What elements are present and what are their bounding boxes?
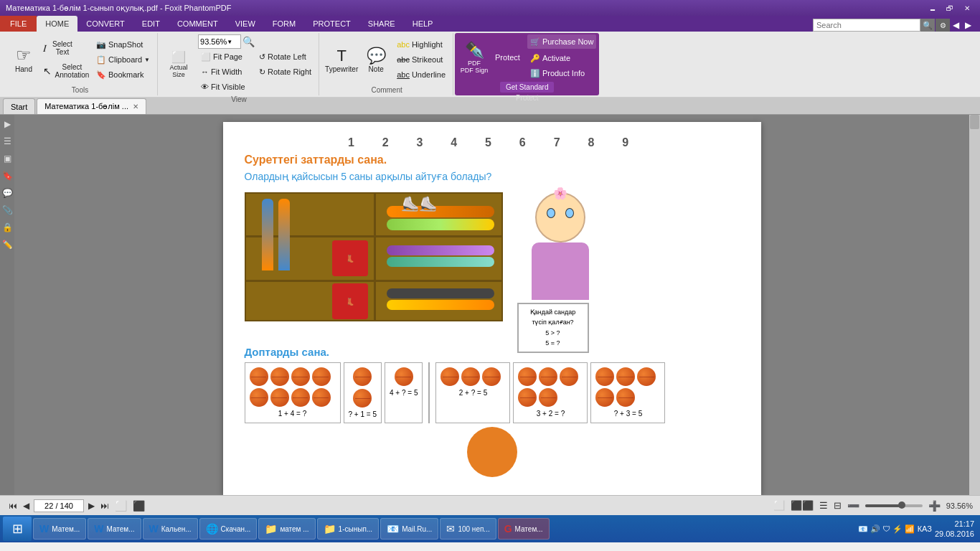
sidebar-sign-icon[interactable]: ✏️: [1, 238, 14, 251]
last-page-button[interactable]: ⏭: [99, 501, 110, 511]
zoom-in-button[interactable]: 🔍: [242, 36, 255, 47]
lang-indicator[interactable]: КАЗ: [918, 524, 932, 533]
view-mode-double[interactable]: ⬛⬛: [791, 500, 814, 511]
activate-button[interactable]: 🔑 Activate: [527, 51, 597, 65]
fit-page-button[interactable]: ⬜ Fit Page: [198, 50, 255, 64]
sidebar-pages-icon[interactable]: ☰: [1, 135, 14, 148]
note-button[interactable]: 💬 Note: [359, 37, 392, 83]
prev-page-button[interactable]: ◀: [22, 501, 31, 511]
right-scrollbar[interactable]: [969, 115, 980, 495]
tab-close-button[interactable]: ✕: [133, 103, 138, 110]
tray-icon-3[interactable]: ⚡: [892, 524, 903, 534]
tab-protect[interactable]: PROTECT: [304, 16, 359, 32]
minimize-button[interactable]: 🗕: [925, 3, 940, 13]
document-page: 1 2 3 4 5 6 7 8 9 Суреттегі заттарды сан…: [223, 122, 761, 495]
tray-icon-1[interactable]: 📧: [858, 524, 868, 534]
start-button[interactable]: ⊞: [3, 517, 32, 541]
sidebar-attach-icon[interactable]: 📎: [1, 204, 14, 217]
tray-icon-4[interactable]: 📶: [905, 524, 915, 534]
tab-share[interactable]: SHARE: [359, 16, 404, 32]
next-page-button[interactable]: ▶: [87, 501, 96, 511]
zoom-slider[interactable]: [865, 504, 923, 507]
strikeout-button[interactable]: abc Strikeout: [394, 52, 448, 67]
tray-icon-2[interactable]: 🔊: [870, 524, 880, 534]
ball-11: [395, 367, 413, 386]
bookmark-button[interactable]: 🔖 Bookmark: [93, 67, 153, 82]
get-standard-button[interactable]: Get Standard: [500, 82, 554, 93]
zoom-slider-thumb[interactable]: [898, 501, 905, 509]
zoom-out-button[interactable]: ➖: [847, 500, 859, 512]
taskbar-item-6[interactable]: 📁 1-сынып...: [317, 518, 380, 540]
tab-convert[interactable]: CONVERT: [77, 16, 133, 32]
rotate-right-button[interactable]: ↻ Rotate Right: [256, 65, 314, 79]
sidebar-lock-icon[interactable]: 🔒: [1, 221, 14, 234]
underline-button[interactable]: abc Underline: [394, 67, 448, 82]
taskbar-item-8[interactable]: ✉ 100 неп...: [440, 518, 496, 540]
ball-10: [353, 389, 372, 408]
strikeout-icon: abc: [397, 55, 410, 64]
fit-page-btn[interactable]: ⬜: [113, 500, 128, 512]
zoom-in-btn[interactable]: ➕: [928, 500, 941, 512]
view-mode-cont[interactable]: ⊟: [834, 500, 842, 511]
taskbar-item-7[interactable]: 📧 Mail.Ru...: [380, 518, 438, 540]
purchase-now-button[interactable]: 🛒 Purchase Now: [527, 34, 597, 49]
tab-comment[interactable]: COMMENT: [169, 16, 227, 32]
taskbar-item-3[interactable]: W Кальен...: [143, 518, 198, 540]
tab-form[interactable]: FORM: [264, 16, 304, 32]
product-info-button[interactable]: ℹ️ Product Info: [527, 66, 597, 80]
tools-group-label: Tools: [72, 85, 88, 94]
tab-home[interactable]: HOME: [37, 16, 77, 32]
zoom-input[interactable]: 93.56% ▼: [198, 34, 241, 49]
rotate-left-button[interactable]: ↺ Rotate Left: [256, 50, 314, 64]
select-text-button[interactable]: 𝐼 Select Text: [42, 37, 77, 59]
view-group-label: View: [231, 94, 247, 103]
view-mode-scroll[interactable]: ☰: [819, 500, 828, 511]
actual-size-button[interactable]: ⬜ Actual Size: [164, 42, 194, 88]
search-options-icon[interactable]: ⚙: [936, 19, 950, 32]
fit-width-btn[interactable]: ⬛: [131, 500, 146, 512]
fit-visible-button[interactable]: 👁 Fit Visible: [198, 80, 255, 94]
document-area[interactable]: 1 2 3 4 5 6 7 8 9 Суреттегі заттарды сан…: [14, 115, 969, 495]
close-button[interactable]: ✕: [960, 3, 974, 13]
sidebar-bookmark-icon[interactable]: 🔖: [1, 169, 14, 182]
first-page-button[interactable]: ⏮: [7, 501, 19, 511]
scroll-thumb[interactable]: [970, 115, 979, 129]
select-annotation-button[interactable]: ↖ Select Annotation: [42, 60, 92, 82]
taskbar-item-5[interactable]: 📁 матем ...: [258, 518, 315, 540]
tray-antivirus[interactable]: 🛡: [882, 524, 890, 533]
tab-file[interactable]: FILE: [0, 16, 37, 32]
view-mode-single[interactable]: ⬜: [773, 500, 785, 511]
taskbar: ⊞ W Матем... W Матем... W Кальен... 🌐 Ск…: [0, 515, 980, 542]
protect-group-label: Protect: [516, 93, 539, 102]
tab-document[interactable]: Математика 1-бөлім ... ✕: [37, 98, 146, 114]
clipboard-button[interactable]: 📋 Clipboard ▼: [93, 52, 153, 67]
sidebar-expand-icon[interactable]: ▶: [1, 118, 14, 131]
fit-width-button[interactable]: ↔ Fit Width: [198, 65, 255, 79]
snapshot-button[interactable]: 📷 SnapShot: [93, 37, 153, 52]
comment-content: T Typewriter 💬 Note abc Highlight abc St…: [325, 34, 448, 85]
highlight-button[interactable]: abc Highlight: [394, 37, 448, 52]
select-annotation-icon: ↖: [43, 65, 52, 77]
taskbar-item-1[interactable]: W Матем...: [33, 518, 86, 540]
folder-icon-1: 📁: [265, 523, 277, 534]
hand-tool-button[interactable]: ☞ Hand: [7, 37, 40, 83]
search-input[interactable]: [813, 19, 920, 32]
search-icon[interactable]: 🔍: [920, 19, 935, 32]
tab-help[interactable]: HELP: [404, 16, 442, 32]
taskbar-item-9[interactable]: G Матем...: [498, 518, 550, 540]
sidebar-comment-icon[interactable]: 💬: [1, 187, 14, 199]
typewriter-button[interactable]: T Typewriter: [325, 37, 358, 83]
nav-forward-icon[interactable]: ▶: [962, 20, 974, 30]
sidebar-thumb-icon[interactable]: ▣: [1, 152, 14, 165]
ball-7: [291, 388, 310, 407]
taskbar-item-4[interactable]: 🌐 Скачан...: [199, 518, 258, 540]
tab-start[interactable]: Start: [3, 98, 35, 114]
pdf-sign-button[interactable]: ✒️ PDF PDF Sign: [458, 34, 491, 80]
page-input[interactable]: [34, 499, 84, 512]
tab-edit[interactable]: EDIT: [133, 16, 169, 32]
maximize-button[interactable]: 🗗: [943, 3, 957, 13]
balls-group-3: 4 + ? = 5: [385, 362, 423, 423]
taskbar-item-2[interactable]: W Матем...: [88, 518, 141, 540]
tab-view[interactable]: VIEW: [227, 16, 264, 32]
nav-back-icon[interactable]: ◀: [950, 20, 962, 30]
